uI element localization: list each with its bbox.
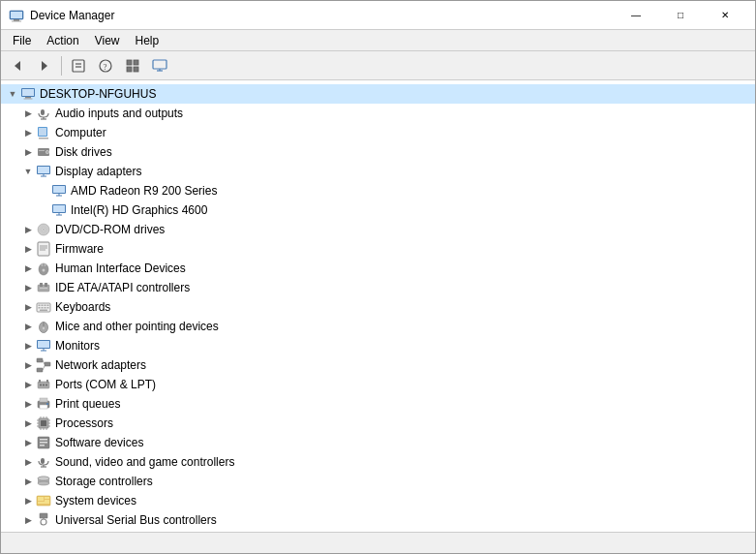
firmware-expander[interactable]: ▶ — [20, 241, 36, 257]
help-icon: ? — [98, 58, 113, 74]
software-row[interactable]: ▶ Software devices — [16, 433, 755, 452]
back-button[interactable] — [5, 54, 30, 77]
disk-expander[interactable]: ▶ — [20, 144, 36, 160]
storage-expander[interactable]: ▶ — [20, 474, 36, 489]
amd-row[interactable]: AMD Radeon R9 200 Series — [32, 181, 755, 200]
help-button[interactable]: ? — [93, 54, 118, 77]
menu-action[interactable]: Action — [39, 30, 86, 51]
system-icon — [36, 493, 51, 508]
svg-rect-20 — [25, 97, 31, 99]
svg-rect-121 — [40, 513, 47, 518]
ide-row[interactable]: ▶ IDE ATA/ATAPI controllers — [16, 278, 755, 297]
firmware-row[interactable]: ▶ Firmware — [16, 239, 755, 259]
network-expander[interactable]: ▶ — [20, 357, 36, 373]
menu-help[interactable]: Help — [128, 30, 167, 51]
menu-view[interactable]: View — [87, 30, 128, 51]
svg-rect-60 — [39, 305, 41, 307]
mouse-expander[interactable]: ▶ — [20, 319, 36, 334]
ports-expander[interactable]: ▶ — [20, 377, 36, 392]
network-label: Network adapters — [55, 358, 146, 372]
svg-point-115 — [38, 477, 49, 480]
svg-marker-5 — [42, 61, 47, 71]
processor-expander[interactable]: ▶ — [20, 416, 36, 431]
mouse-row[interactable]: ▶ Mice and other pointing devices — [16, 317, 755, 336]
svg-rect-117 — [38, 497, 44, 501]
ports-row[interactable]: ▶ Ports — [16, 375, 755, 394]
monitor-item: ▶ Monitors — [16, 336, 755, 355]
processor-row[interactable]: ▶ — [16, 414, 755, 433]
monitor-expander[interactable]: ▶ — [20, 338, 36, 354]
usb-row[interactable]: ▶ Universal Serial Bus cont — [16, 510, 755, 530]
properties-button[interactable] — [66, 54, 91, 77]
maximize-button[interactable]: □ — [658, 1, 703, 30]
amd-icon — [51, 183, 67, 199]
dvd-expander[interactable]: ▶ — [20, 222, 36, 237]
software-expander[interactable]: ▶ — [20, 435, 36, 450]
network-row[interactable]: ▶ Network adapters — [16, 355, 755, 375]
monitor-row[interactable]: ▶ Monitors — [16, 336, 755, 355]
storage-row[interactable]: ▶ Storage controllers — [16, 472, 755, 491]
print-row[interactable]: ▶ Print queues — [16, 394, 755, 414]
sound-row[interactable]: ▶ Sound, video and game controllers — [16, 452, 755, 472]
computer-expander[interactable]: ▶ — [20, 125, 36, 140]
close-button[interactable]: ✕ — [703, 1, 747, 30]
display-children: AMD Radeon R9 200 Series — [16, 181, 755, 220]
ports-icon — [36, 377, 51, 392]
disk-row[interactable]: ▶ Disk drives — [16, 142, 755, 162]
svg-rect-68 — [40, 310, 47, 312]
root-item: ▼ DESKTOP-NFGUHUS — [1, 84, 755, 530]
keyboard-expander[interactable]: ▶ — [20, 299, 36, 315]
monitor-button[interactable] — [147, 54, 172, 77]
sound-label: Sound, video and game controllers — [55, 455, 234, 469]
svg-rect-64 — [39, 307, 41, 309]
storage-label: Storage controllers — [55, 475, 153, 488]
processor-icon — [36, 416, 51, 431]
svg-rect-47 — [38, 242, 49, 256]
svg-marker-4 — [15, 61, 20, 71]
svg-line-79 — [43, 360, 45, 364]
intel-row[interactable]: Intel(R) HD Graphics 4600 — [32, 200, 755, 220]
device-tree: ▼ DESKTOP-NFGUHUS — [1, 84, 755, 530]
system-expander[interactable]: ▶ — [20, 493, 36, 508]
amd-label: AMD Radeon R9 200 Series — [71, 184, 217, 198]
computer-row[interactable]: ▶ Computer — [16, 123, 755, 142]
root-expander[interactable]: ▼ — [5, 86, 20, 102]
audio-row[interactable]: ▶ Audio inputs and outputs — [16, 104, 755, 123]
print-label: Print queues — [55, 397, 120, 411]
display-icon — [36, 164, 51, 179]
print-item: ▶ Print queues — [16, 394, 755, 414]
svg-rect-109 — [41, 458, 45, 464]
root-row[interactable]: ▼ DESKTOP-NFGUHUS — [1, 84, 755, 104]
svg-rect-33 — [38, 167, 49, 173]
audio-expander[interactable]: ▶ — [20, 106, 36, 121]
menu-file[interactable]: File — [5, 30, 39, 51]
svg-rect-63 — [47, 305, 49, 307]
show-hidden-button[interactable] — [120, 54, 145, 77]
hid-row[interactable]: ▶ Human Interface Devices — [16, 259, 755, 278]
keyboard-row[interactable]: ▶ — [16, 297, 755, 317]
system-row[interactable]: ▶ System devices — [16, 491, 755, 510]
display-expander[interactable]: ▼ — [20, 164, 36, 179]
system-label: System devices — [55, 494, 136, 508]
display-row[interactable]: ▼ Display adapters — [16, 162, 755, 181]
root-children: ▶ Audio inputs and outputs — [1, 104, 755, 530]
svg-rect-27 — [39, 138, 48, 139]
dvd-row[interactable]: ▶ DVD/CD-ROM drives — [16, 220, 755, 239]
computer-icon — [36, 125, 51, 140]
minimize-button[interactable]: — — [614, 1, 658, 30]
tree-content[interactable]: ▼ DESKTOP-NFGUHUS — [1, 80, 755, 532]
svg-point-83 — [43, 385, 45, 386]
svg-rect-62 — [45, 305, 46, 307]
ide-expander[interactable]: ▶ — [20, 280, 36, 295]
ide-item: ▶ IDE ATA/ATAPI controllers — [16, 278, 755, 297]
print-expander[interactable]: ▶ — [20, 396, 36, 412]
sound-expander[interactable]: ▶ — [20, 454, 36, 470]
disk-item: ▶ Disk drives — [16, 142, 755, 162]
usb-expander[interactable]: ▶ — [20, 512, 36, 528]
intel-icon — [51, 202, 67, 218]
forward-button[interactable] — [32, 54, 57, 77]
hid-expander[interactable]: ▶ — [20, 261, 36, 276]
usb-label: Universal Serial Bus controllers — [55, 513, 217, 527]
svg-point-71 — [43, 327, 45, 329]
svg-rect-19 — [22, 89, 34, 96]
